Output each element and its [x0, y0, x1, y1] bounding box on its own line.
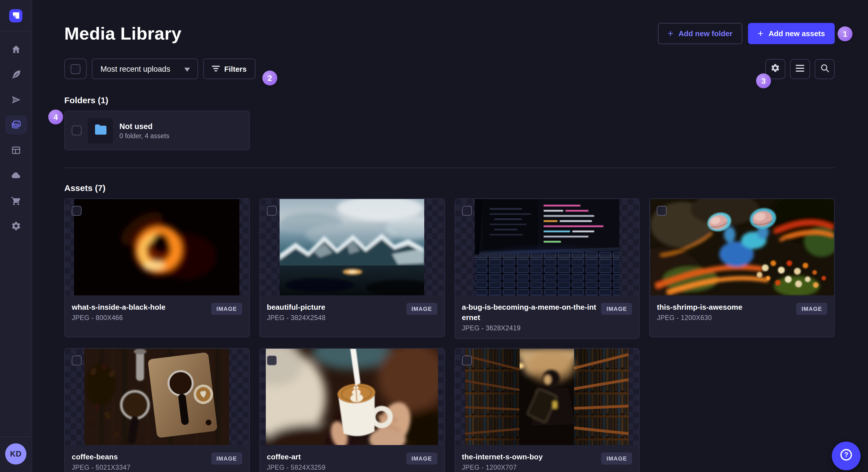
sidebar-item-releases[interactable]	[5, 90, 27, 109]
asset-thumbnail	[65, 199, 249, 295]
asset-text: what-s-inside-a-black-hole JPEG - 800X46…	[72, 302, 207, 321]
asset-checkbox[interactable]	[267, 356, 277, 365]
asset-checkbox[interactable]	[657, 206, 667, 216]
sidebar-item-settings[interactable]	[5, 216, 27, 235]
asset-type-badge: IMAGE	[796, 303, 827, 315]
asset-info: what-s-inside-a-black-hole JPEG - 800X46…	[65, 295, 249, 337]
add-new-folder-button[interactable]: + Add new folder	[658, 23, 742, 44]
asset-thumbnail	[260, 349, 444, 445]
sort-select[interactable]: Most recent uploads	[92, 59, 198, 79]
asset-image	[85, 349, 229, 445]
asset-info: beautiful-picture JPEG - 3824X2548 IMAGE	[260, 295, 444, 337]
asset-checkbox[interactable]	[72, 356, 82, 365]
annotation-badge-2: 2	[262, 71, 277, 86]
strapi-logo-glyph	[11, 11, 20, 20]
asset-info: the-internet-s-own-boy JPEG - 1200X707 I…	[455, 445, 639, 472]
section-divider	[64, 167, 835, 168]
asset-name: this-shrimp-is-awesome	[657, 302, 792, 312]
filters-button[interactable]: Filters	[203, 59, 255, 79]
annotation-badge-1: 1	[838, 26, 852, 41]
asset-meta: JPEG - 5824X3259	[267, 464, 402, 471]
asset-thumbnail	[65, 349, 249, 445]
folder-card[interactable]: Not used 0 folder, 4 assets	[64, 111, 250, 150]
asset-card[interactable]: beautiful-picture JPEG - 3824X2548 IMAGE	[259, 198, 445, 337]
asset-thumbnail	[455, 199, 639, 295]
user-avatar[interactable]: KD	[5, 443, 26, 465]
feather-icon	[11, 69, 21, 79]
sidebar: KD	[0, 0, 32, 472]
layout-icon	[11, 145, 21, 155]
asset-card[interactable]: what-s-inside-a-black-hole JPEG - 800X46…	[64, 198, 250, 337]
asset-card[interactable]: this-shrimp-is-awesome JPEG - 1200X630 I…	[650, 198, 835, 337]
plus-icon: +	[668, 28, 673, 38]
list-view-icon	[796, 65, 804, 73]
folders-grid: Not used 0 folder, 4 assets	[64, 111, 835, 150]
annotation-badge-4: 4	[48, 109, 63, 125]
strapi-logo[interactable]	[9, 9, 22, 22]
asset-card[interactable]: coffee-beans JPEG - 5021X3347 IMAGE	[64, 348, 250, 472]
home-icon	[11, 44, 21, 54]
asset-type-badge: IMAGE	[406, 303, 437, 315]
sidebar-item-marketplace[interactable]	[5, 191, 27, 210]
asset-checkbox[interactable]	[462, 356, 472, 365]
app-root: KD Media Library + Add new folder + Add …	[0, 0, 868, 472]
sidebar-item-content-manager[interactable]	[5, 65, 27, 84]
asset-card[interactable]: the-internet-s-own-boy JPEG - 1200X707 I…	[454, 348, 640, 472]
asset-checkbox[interactable]	[267, 206, 277, 216]
main-content: Media Library + Add new folder + Add new…	[32, 0, 868, 472]
asset-type-badge: IMAGE	[211, 452, 242, 465]
svg-text:?: ?	[844, 451, 848, 459]
asset-type-badge: IMAGE	[601, 452, 632, 465]
folder-checkbox[interactable]	[72, 126, 82, 135]
toolbar-right	[765, 59, 835, 79]
asset-text: this-shrimp-is-awesome JPEG - 1200X630	[657, 302, 792, 321]
asset-checkbox[interactable]	[72, 206, 82, 216]
toolbar: Most recent uploads Filters	[64, 59, 835, 79]
asset-image	[465, 349, 629, 445]
asset-card[interactable]: coffee-art JPEG - 5824X3259 IMAGE	[259, 348, 445, 472]
checkbox-box	[71, 64, 81, 74]
annotation-badge-3: 3	[756, 73, 771, 88]
asset-image	[650, 199, 834, 295]
asset-info: coffee-beans JPEG - 5021X3347 IMAGE	[65, 445, 249, 472]
asset-text: coffee-beans JPEG - 5021X3347	[72, 452, 207, 471]
asset-info: this-shrimp-is-awesome JPEG - 1200X630 I…	[650, 295, 834, 337]
assets-grid: what-s-inside-a-black-hole JPEG - 800X46…	[64, 198, 835, 472]
asset-type-badge: IMAGE	[211, 303, 242, 315]
asset-type-badge: IMAGE	[406, 452, 437, 465]
paper-plane-icon	[11, 94, 21, 105]
folder-text: Not used 0 folder, 4 assets	[119, 122, 169, 139]
add-new-assets-label: Add new assets	[768, 29, 825, 38]
asset-image	[266, 349, 438, 445]
help-button[interactable]: ?	[832, 442, 861, 470]
asset-text: coffee-art JPEG - 5824X3259	[267, 452, 402, 471]
list-view-button[interactable]	[790, 59, 810, 79]
asset-name: a-bug-is-becoming-a-meme-on-the-internet	[462, 302, 597, 323]
sidebar-item-home[interactable]	[5, 40, 27, 59]
sidebar-item-deploy[interactable]	[5, 166, 27, 185]
asset-name: beautiful-picture	[267, 302, 402, 312]
sidebar-item-media-library[interactable]	[5, 115, 27, 134]
asset-thumbnail	[260, 199, 444, 295]
add-new-assets-button[interactable]: + Add new assets	[748, 23, 835, 44]
asset-thumbnail	[650, 199, 834, 295]
asset-info: a-bug-is-becoming-a-meme-on-the-internet…	[455, 295, 639, 338]
gear-icon	[11, 221, 21, 231]
asset-card[interactable]: a-bug-is-becoming-a-meme-on-the-internet…	[454, 198, 640, 339]
search-button[interactable]	[815, 59, 835, 79]
select-all-checkbox[interactable]	[64, 59, 87, 79]
folder-icon	[94, 124, 107, 137]
asset-name: coffee-beans	[72, 452, 207, 462]
asset-image	[475, 199, 619, 295]
cloud-icon	[10, 170, 21, 181]
asset-name: the-internet-s-own-boy	[462, 452, 597, 462]
sidebar-footer: KD	[0, 436, 32, 472]
asset-type-badge: IMAGE	[601, 303, 632, 315]
assets-heading: Assets (7)	[64, 183, 835, 193]
asset-meta: JPEG - 1200X630	[657, 314, 792, 321]
plus-icon: +	[758, 28, 764, 38]
sidebar-item-content-type-builder[interactable]	[5, 140, 27, 160]
asset-checkbox[interactable]	[462, 206, 472, 216]
asset-info: coffee-art JPEG - 5824X3259 IMAGE	[260, 445, 444, 472]
asset-text: beautiful-picture JPEG - 3824X2548	[267, 302, 402, 321]
